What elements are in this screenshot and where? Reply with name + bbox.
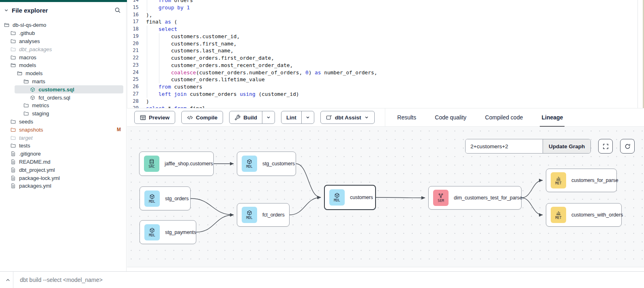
code-line-15[interactable]: 15 group by 1 (127, 4, 644, 11)
badge-type-label: MDL (149, 234, 155, 237)
lineage-node-stg_payments[interactable]: MDLstg_payments (140, 220, 196, 244)
preview-label: Preview (149, 115, 170, 121)
lineage-node-customers[interactable]: MDLcustomers (324, 185, 376, 210)
dbt-assist-button[interactable]: dbt Assist (320, 111, 375, 124)
tree-item-label: macros (19, 54, 36, 61)
tree-item-tests[interactable]: tests (0, 142, 127, 150)
refresh-button[interactable] (620, 139, 635, 154)
node-selector-input[interactable] (466, 139, 543, 153)
build-button[interactable]: Build (230, 111, 262, 123)
tab-lineage[interactable]: Lineage (541, 108, 563, 127)
src-badge: SRC (144, 156, 159, 172)
code-line-17[interactable]: 17final as ( (127, 18, 644, 26)
tree-item-metrics[interactable]: metrics (0, 102, 127, 110)
code-line-25[interactable]: 25 customer_orders.lifetime_value (127, 76, 644, 83)
folder-icon (11, 55, 16, 60)
lineage-node-stg_customers[interactable]: MDLstg_customers (237, 152, 296, 176)
search-icon[interactable] (114, 7, 121, 13)
code-text: ) (144, 98, 149, 105)
lineage-node-jaffle_shop_customers[interactable]: SRCjaffle_shop.customers (139, 152, 214, 176)
update-graph-button[interactable]: Update Graph (543, 139, 590, 153)
tree-item-label: package-lock.yml (19, 175, 60, 181)
tree-item-dbt-project-yml[interactable]: dbt_project.yml (0, 166, 127, 174)
badge-type-label: MDL (149, 200, 155, 204)
badge-type-label: MDL (334, 199, 340, 202)
code-line-24[interactable]: 24 coalesce(customer_orders.number_of_or… (127, 69, 644, 76)
semantic-network-icon (438, 193, 444, 199)
code-editor[interactable]: 14 from orders15 group by 116),17final a… (127, 0, 644, 108)
badge-type-label: SEM (438, 199, 444, 203)
code-line-18[interactable]: 18 select (127, 26, 644, 33)
folder-icon (24, 103, 29, 108)
tree-item--gitignore[interactable]: .gitignore (0, 150, 127, 158)
tree-item-seeds[interactable]: seeds (0, 118, 127, 126)
folder-icon (11, 119, 16, 124)
code-line-19[interactable]: 19 customers.customer_id, (127, 33, 644, 40)
tree-item-macros[interactable]: macros (0, 53, 127, 61)
tree-item--github[interactable]: .github (0, 29, 127, 37)
compile-button[interactable]: Compile (181, 111, 223, 124)
tree-item-label: seeds (19, 119, 33, 125)
folder-icon (11, 135, 16, 141)
tree-item-customers-sql[interactable]: customers.sql (15, 85, 123, 93)
command-bar: ✓ Defer to staging/production ? Ready ••… (0, 271, 644, 288)
tree-item-snapshots[interactable]: snapshotsM (0, 126, 127, 134)
lineage-node-fct_orders[interactable]: MDLfct_orders (237, 203, 290, 227)
tree-item-fct-orders-sql[interactable]: fct_orders.sql (0, 93, 127, 102)
code-line-26[interactable]: 26 from customers (127, 83, 644, 91)
line-number: 21 (127, 47, 144, 54)
code-text: ), (144, 11, 152, 19)
tree-item-models[interactable]: models (0, 61, 127, 69)
lineage-node-customers_for_parse[interactable]: METcustomers_for_parse (546, 169, 617, 192)
lineage-node-dim_customers_test_for_parse[interactable]: SEMdim_customers_test_for_parse (428, 186, 522, 210)
lineage-node-customers_with_orders[interactable]: METcustomers_with_orders (546, 203, 622, 227)
line-number: 18 (127, 26, 144, 33)
tree-item-packages-yml[interactable]: packages.yml (0, 182, 127, 190)
tree-item-dbt-packages[interactable]: dbt_packages (0, 45, 127, 53)
preview-button[interactable]: Preview (134, 111, 175, 124)
code-line-29[interactable]: 29select * from final (127, 105, 644, 108)
code-line-14[interactable]: 14 from orders (127, 0, 644, 4)
dbt-command-input[interactable] (20, 277, 377, 283)
code-lines: 14 from orders15 group by 116),17final a… (127, 0, 644, 108)
code-line-16[interactable]: 16), (127, 11, 644, 19)
tree-item-staging[interactable]: staging (0, 110, 127, 118)
badge-type-label: MET (555, 216, 561, 220)
lint-dropdown-chevron-icon[interactable] (301, 111, 314, 123)
lineage-edge-dim_customers_test_for_parse-to-customers_with_orders (522, 198, 543, 215)
lint-button[interactable]: Lint (281, 111, 301, 123)
code-line-22[interactable]: 22 customer_orders.first_order_date, (127, 54, 644, 62)
tree-item-readme-md[interactable]: README.md (0, 158, 127, 166)
file-icon (11, 183, 16, 188)
build-dropdown-chevron-icon[interactable] (262, 111, 275, 123)
tree-item-models[interactable]: models (0, 69, 127, 78)
node-label: jaffle_shop.customers (165, 161, 213, 167)
line-number: 22 (127, 54, 144, 62)
tree-item-analyses[interactable]: analyses (0, 37, 127, 45)
code-line-23[interactable]: 23 customer_orders.most_recent_order_dat… (127, 62, 644, 69)
mdl-badge: MDL (242, 207, 257, 223)
lineage-node-stg_orders[interactable]: MDLstg_orders (140, 186, 191, 210)
mdl-badge: MDL (242, 156, 257, 172)
caret-up-icon[interactable] (2, 272, 13, 288)
chevron-down-icon[interactable] (4, 8, 9, 13)
tree-item-target[interactable]: target (0, 134, 127, 142)
tree-item-package-lock-yml[interactable]: package-lock.yml (0, 174, 127, 182)
badge-type-label: SRC (148, 165, 155, 169)
fullscreen-button[interactable] (598, 139, 613, 154)
tree-item-label: README.md (19, 159, 50, 165)
code-line-27[interactable]: 27 left join customer_orders using (cust… (127, 91, 644, 98)
tab-code-quality[interactable]: Code quality (435, 108, 466, 127)
code-line-28[interactable]: 28) (127, 98, 644, 105)
met-badge: MET (551, 207, 566, 223)
code-line-21[interactable]: 21 customers.last_name, (127, 47, 644, 54)
editor-scrollbar[interactable] (638, 0, 638, 108)
line-number: 15 (127, 4, 144, 11)
tab-compiled-code[interactable]: Compiled code (485, 108, 523, 127)
tree-item-marts[interactable]: marts (0, 78, 127, 86)
folder-icon (11, 47, 16, 52)
sem-badge: SEM (433, 190, 449, 206)
tab-results[interactable]: Results (397, 108, 416, 127)
tree-item-db-sl-qs-demo[interactable]: db-sl-qs-demo (0, 21, 127, 29)
code-line-20[interactable]: 20 customers.first_name, (127, 40, 644, 48)
